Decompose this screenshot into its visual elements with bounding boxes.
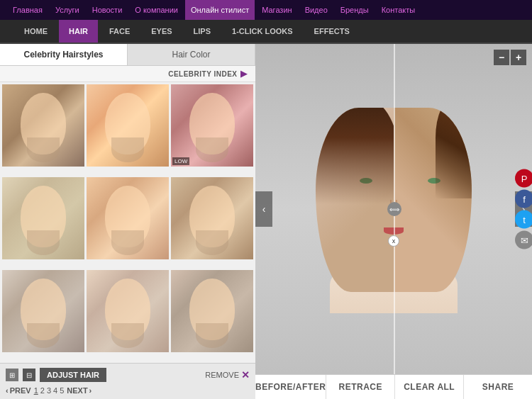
page-2[interactable]: 2 (40, 386, 45, 395)
face-left (316, 108, 394, 292)
remove-x-icon: ✕ (241, 369, 250, 381)
prev-label: PREV (10, 386, 31, 395)
page-numbers: 1 2 3 4 5 (34, 386, 65, 395)
second-navigation: HOME HAIR FACE EYES LIPS 1-CLICK LOOKS E… (0, 20, 532, 44)
retrace-button[interactable]: RETRACE (326, 375, 395, 399)
email-icon[interactable]: ✉ (515, 231, 532, 249)
celeb-item-2[interactable] (87, 84, 169, 167)
face-right (394, 108, 472, 292)
remove-button[interactable]: REMOVE ✕ (205, 369, 250, 381)
page-5[interactable]: 5 (60, 386, 64, 395)
twitter-icon[interactable]: t (515, 210, 532, 229)
main-content: Celebrity Hairstyles Hair Color CELEBRIT… (0, 44, 532, 399)
clear-all-button[interactable]: CLEAR ALL (395, 375, 464, 399)
top-nav-contacts[interactable]: Контакты (376, 0, 421, 20)
tab-lips[interactable]: LIPS (184, 20, 221, 43)
share-button[interactable]: SHARE (464, 375, 532, 399)
top-nav-services[interactable]: Услуги (50, 0, 85, 20)
top-nav-stylist[interactable]: Онлайн стилист (185, 0, 255, 20)
tab-eyes[interactable]: EYES (141, 20, 182, 43)
view-controls: ⊞ ⊟ ADJUST HAIR REMOVE ✕ (6, 368, 250, 382)
celebrity-index-label: CELEBRITY INDEX (168, 70, 237, 78)
zoom-controls: − + (494, 50, 526, 65)
celeb-item-4[interactable] (2, 177, 84, 259)
top-nav-home[interactable]: Главная (7, 0, 48, 20)
top-nav-news[interactable]: Новости (87, 0, 128, 20)
celeb-item-9[interactable] (171, 270, 253, 352)
nav-arrow-left[interactable]: ‹ (255, 191, 272, 227)
divider-handle[interactable] (387, 202, 401, 216)
celeb-item-1[interactable] (2, 84, 84, 167)
top-nav-shop[interactable]: Магазин (256, 0, 297, 20)
tab-hair-color[interactable]: Hair Color (128, 44, 255, 65)
tab-celebrity-hairstyles[interactable]: Celebrity Hairstyles (0, 44, 128, 65)
bottom-controls: ⊞ ⊟ ADJUST HAIR REMOVE ✕ ‹ PREV 1 2 3 4 (0, 363, 255, 399)
remove-label: REMOVE (205, 371, 239, 379)
before-after-button[interactable]: BEFORE/AFTER (255, 375, 326, 399)
top-navigation: Главная Услуги Новости О компании Онлайн… (0, 0, 532, 20)
tab-1click[interactable]: 1-CLICK LOOKS (222, 20, 303, 43)
celeb-item-3[interactable]: LOW (171, 84, 253, 167)
preview-area: x ‹ › − + P f t ✉ (255, 44, 532, 374)
celeb-item-7[interactable] (2, 270, 84, 352)
hair-right-overlay (436, 108, 472, 198)
left-panel: Celebrity Hairstyles Hair Color CELEBRIT… (0, 44, 255, 399)
social-icons: P f t ✉ (515, 169, 532, 249)
celebrity-index-arrow: ▶ (240, 69, 248, 79)
right-panel: x ‹ › − + P f t ✉ BEFORE/AFTER RETRACE C… (255, 44, 532, 399)
tab-face[interactable]: FACE (99, 20, 140, 43)
top-nav-brands[interactable]: Бренды (335, 0, 375, 20)
page-1[interactable]: 1 (34, 386, 38, 395)
celebrity-grid: LOW (0, 82, 255, 363)
page-3[interactable]: 3 (47, 386, 51, 395)
zoom-minus-button[interactable]: − (494, 50, 509, 65)
next-chevron-icon: › (89, 386, 92, 395)
prev-button[interactable]: ‹ PREV (6, 386, 31, 395)
tab-effects[interactable]: EFFECTS (304, 20, 360, 43)
preview-divider (394, 44, 395, 374)
facebook-icon[interactable]: f (515, 190, 532, 208)
next-button[interactable]: NEXT › (67, 386, 92, 395)
tab-home[interactable]: HOME (14, 20, 57, 43)
tab-hair[interactable]: HAIR (59, 20, 98, 43)
top-nav-video[interactable]: Видео (299, 0, 333, 20)
page-4[interactable]: 4 (53, 386, 57, 395)
pinterest-icon[interactable]: P (515, 169, 532, 188)
celeb-item-6[interactable] (171, 177, 253, 259)
panel-tabs: Celebrity Hairstyles Hair Color (0, 44, 255, 66)
grid-view-small-icon[interactable]: ⊞ (6, 369, 18, 381)
hair-left-overlay (316, 108, 394, 204)
action-buttons: BEFORE/AFTER RETRACE CLEAR ALL SHARE (255, 374, 532, 399)
pagination: ‹ PREV 1 2 3 4 5 NEXT › (6, 386, 250, 395)
prev-chevron-icon: ‹ (6, 386, 9, 395)
top-nav-about[interactable]: О компании (129, 0, 184, 20)
grid-view-large-icon[interactable]: ⊟ (23, 369, 35, 381)
celeb-item-8[interactable] (87, 270, 169, 352)
celeb-label-3: LOW (172, 157, 189, 165)
zoom-plus-button[interactable]: + (511, 50, 526, 65)
divider-x-button[interactable]: x (388, 235, 399, 247)
adjust-hair-button[interactable]: ADJUST HAIR (40, 368, 106, 382)
celeb-item-5[interactable] (87, 177, 169, 259)
celebrity-index-bar[interactable]: CELEBRITY INDEX ▶ (0, 66, 255, 82)
next-label: NEXT (67, 386, 87, 395)
